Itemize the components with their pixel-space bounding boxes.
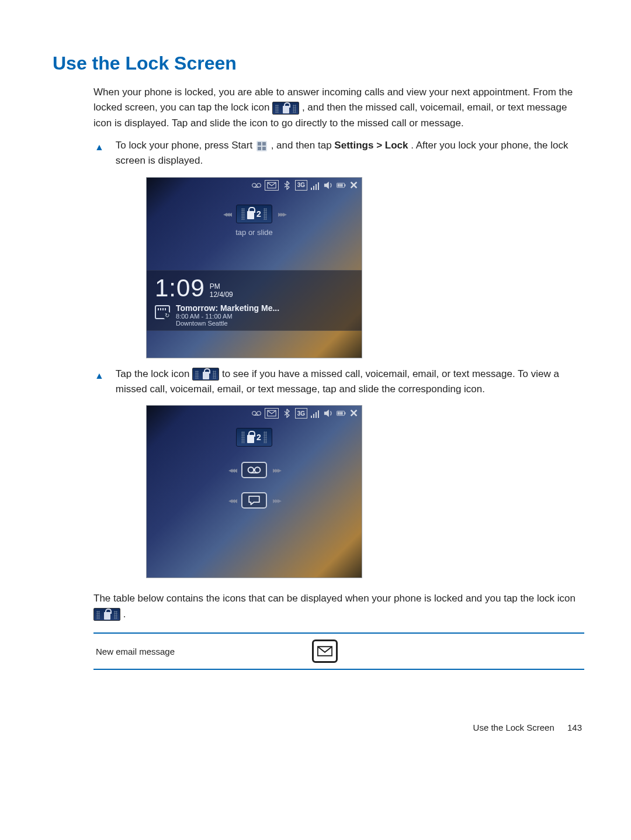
table-row: New email message [93,634,584,669]
calendar-recurring-icon [155,305,170,319]
icon-row-label: New email message [96,647,300,656]
triangle-bullet-icon: ▲ [95,140,104,155]
svg-rect-16 [313,414,314,418]
sms-slider-button[interactable] [241,492,267,509]
signal-bars-status-icon [311,408,320,419]
svg-point-12 [252,412,256,416]
step1-mid: , and then tap [271,140,335,151]
clock-appointment-band: 1:09 PM 12/4/09 Tomorrow: Marketing Me..… [147,270,362,331]
appointment-title: Tomorrow: Marketing Me... [176,303,279,313]
voicemail-status-icon [252,180,261,191]
step1-pre: To lock your phone, press Start [116,140,255,151]
svg-rect-11 [345,184,345,186]
network-3g-status-icon: 3G [295,180,307,191]
chevrons-right-icon: ▸▸▸ [278,209,285,219]
svg-rect-3 [311,188,312,190]
document-page: Use the Lock Screen When your phone is l… [0,0,631,756]
table-intro-post: . [123,609,126,620]
email-icon [312,639,338,663]
svg-rect-17 [316,412,317,418]
chevrons-right-icon: ▸▸▸ [273,465,280,475]
svg-rect-5 [316,184,317,190]
svg-rect-22 [341,412,342,415]
svg-rect-9 [339,184,341,186]
intro-paragraph: When your phone is locked, you are able … [93,85,584,131]
lock-slider-button[interactable]: 2 [236,205,272,223]
svg-rect-8 [338,184,339,186]
bluetooth-status-icon [282,408,292,419]
bluetooth-status-icon [282,180,292,191]
voicemail-slider-button[interactable] [241,462,267,478]
chevrons-left-icon: ◂◂◂ [223,209,230,219]
voicemail-status-icon [252,408,261,419]
lock-slider-button[interactable]: 2 [236,428,272,447]
svg-rect-10 [341,184,342,186]
step-2: ▲ Tap the lock icon to see if you have a… [95,367,584,397]
lock-slider: ◂◂◂ 2 ▸▸▸ [147,205,362,223]
triangle-bullet-icon: ▲ [95,369,104,383]
lock-badge-count: 2 [256,209,261,219]
battery-status-icon [337,408,346,419]
clock-ampm: PM [210,283,233,291]
lock-icon [93,608,120,621]
battery-status-icon [337,180,346,191]
svg-point-1 [256,183,261,187]
clock-time: 1:09 [155,274,205,302]
svg-rect-15 [311,416,312,418]
network-3g-status-icon: 3G [295,408,307,419]
voicemail-slider: ◂◂◂ ▸▸▸ [147,462,362,478]
page-number: 143 [567,723,582,732]
lock-icon [192,368,219,381]
close-status-icon: ✕ [349,180,358,191]
lock-badge-count: 2 [256,433,261,442]
svg-point-0 [252,183,256,187]
start-icon [256,141,267,151]
lock-pill-static: 2 [147,428,362,447]
svg-rect-20 [338,412,339,415]
step1-bold: Settings > Lock [334,140,408,151]
table-intro-pre: The table below contains the icons that … [93,593,575,604]
icon-table: New email message [93,632,584,670]
status-bar: 3G ✕ [147,178,362,193]
close-status-icon: ✕ [349,408,358,419]
screenshot-lock-screen-notifications: 3G ✕ 2 ◂◂◂ ▸▸▸ [146,405,362,578]
table-rule-bottom [93,669,584,670]
footer-section-title: Use the Lock Screen [473,723,554,732]
svg-rect-21 [339,412,341,415]
lock-icon [247,211,254,219]
lock-icon [272,102,299,115]
chevrons-left-icon: ◂◂◂ [228,496,235,505]
step2-pre: Tap the lock icon [116,368,192,379]
signal-bars-status-icon [311,180,320,191]
appointment-time: 8:00 AM - 11:00 AM [176,313,279,320]
page-heading: Use the Lock Screen [53,53,584,74]
svg-rect-18 [318,410,319,418]
volume-status-icon [324,180,333,191]
clock-date: 12/4/09 [210,291,233,299]
envelope-status-icon [265,180,279,191]
volume-status-icon [324,408,333,419]
screenshot-lock-screen-clock: 3G ✕ ◂◂◂ 2 ▸▸▸ tap or slide [146,177,362,358]
slider-hint: tap or slide [147,228,362,237]
appointment-location: Downtown Seattle [176,320,279,327]
svg-point-25 [255,468,261,473]
status-bar: 3G ✕ [147,406,362,421]
svg-rect-23 [345,413,345,415]
chevrons-right-icon: ▸▸▸ [273,496,280,505]
step-1: ▲ To lock your phone, press Start , and … [95,138,584,169]
table-intro: The table below contains the icons that … [93,591,584,622]
svg-rect-4 [313,186,314,190]
chevrons-left-icon: ◂◂◂ [228,465,235,475]
svg-rect-6 [318,182,319,190]
lock-icon [247,435,254,443]
page-footer: Use the Lock Screen 143 [53,723,584,732]
sms-slider: ◂◂◂ ▸▸▸ [147,492,362,509]
svg-point-13 [256,412,261,416]
svg-point-24 [248,468,254,473]
envelope-status-icon [265,408,279,419]
